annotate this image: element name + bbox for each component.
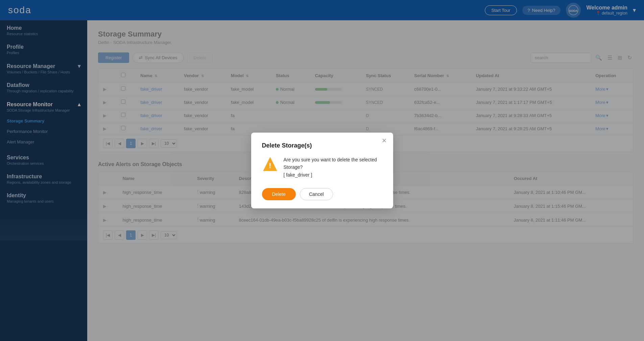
- modal-overlay[interactable]: ✕ Delete Storage(s) ! Are you sure you w…: [0, 0, 644, 341]
- modal-actions: Delete Cancel: [262, 188, 382, 200]
- modal-body: ! Are you sure you want to delete the se…: [262, 156, 382, 179]
- delete-modal: ✕ Delete Storage(s) ! Are you sure you w…: [251, 133, 393, 208]
- modal-driver-name: [ fake_driver ]: [284, 172, 312, 178]
- modal-title: Delete Storage(s): [262, 142, 382, 149]
- svg-text:!: !: [269, 161, 271, 170]
- cancel-button[interactable]: Cancel: [300, 188, 333, 200]
- confirm-delete-button[interactable]: Delete: [262, 188, 296, 200]
- modal-close-button[interactable]: ✕: [380, 137, 388, 145]
- modal-message: Are you sure you want to delete the sele…: [284, 156, 382, 179]
- warning-triangle-icon: !: [262, 156, 278, 172]
